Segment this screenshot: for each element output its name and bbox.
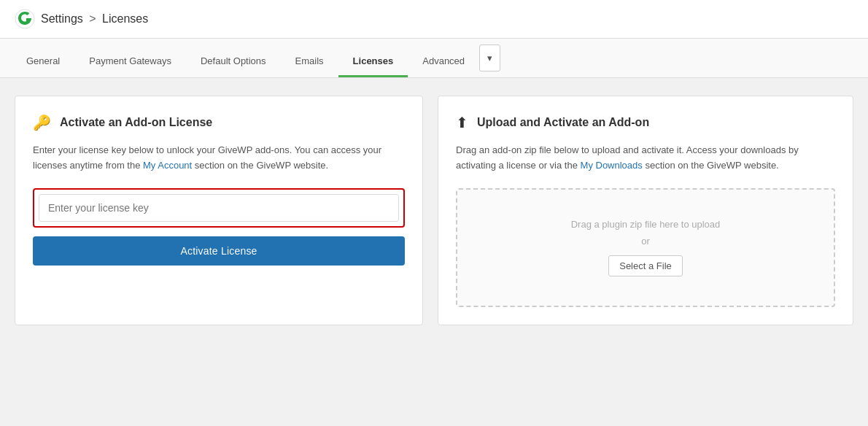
givewp-logo-icon [15,9,35,29]
activate-license-button[interactable]: Activate License [33,236,405,266]
breadcrumb: Settings > Licenses [41,12,148,26]
activate-card-title: Activate an Add-on License [60,116,212,129]
license-input-wrapper [33,188,405,228]
header: Settings > Licenses [0,0,868,39]
upload-or-text: or [472,236,819,247]
tab-emails[interactable]: Emails [281,47,338,77]
card-header-activate: 🔑 Activate an Add-on License [33,114,405,131]
my-account-link[interactable]: My Account [143,160,192,171]
activate-card-description: Enter your license key below to unlock y… [33,143,405,174]
tab-default-options[interactable]: Default Options [186,47,281,77]
upload-description-after: section on the GiveWP website. [643,160,779,171]
tab-licenses[interactable]: Licenses [338,47,408,77]
more-tabs-dropdown[interactable]: ▾ [479,44,500,71]
breadcrumb-settings: Settings [41,12,83,25]
activate-description-after: section on the GiveWP website. [192,160,328,171]
upload-card-description: Drag an add-on zip file below to upload … [456,143,835,174]
chevron-down-icon: ▾ [487,53,492,63]
license-key-input[interactable] [39,194,399,222]
breadcrumb-separator: > [89,12,96,25]
nav-tabs: General Payment Gateways Default Options… [0,39,868,78]
upload-drop-zone[interactable]: Drag a plugin zip file here to upload or… [456,188,835,307]
my-downloads-link[interactable]: My Downloads [581,160,643,171]
tab-advanced[interactable]: Advanced [408,47,479,77]
upload-card-title: Upload and Activate an Add-on [477,116,649,129]
select-file-button[interactable]: Select a File [608,255,683,276]
upload-addon-card: ⬆ Upload and Activate an Add-on Drag an … [438,96,853,325]
card-header-upload: ⬆ Upload and Activate an Add-on [456,114,835,131]
tab-payment-gateways[interactable]: Payment Gateways [74,47,186,77]
upload-icon: ⬆ [456,114,468,131]
activate-icon: 🔑 [33,114,51,131]
main-content: 🔑 Activate an Add-on License Enter your … [0,78,868,343]
drop-zone-text: Drag a plugin zip file here to upload [472,219,819,230]
tab-general[interactable]: General [12,47,74,77]
activate-license-card: 🔑 Activate an Add-on License Enter your … [15,96,423,325]
breadcrumb-licenses: Licenses [102,12,148,25]
